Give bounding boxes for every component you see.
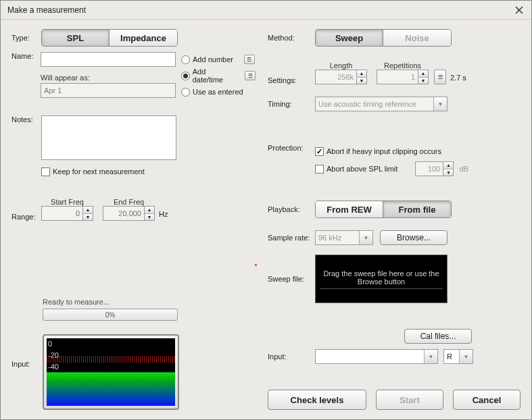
- type-spl[interactable]: SPL: [42, 30, 110, 46]
- check-levels-button[interactable]: Check levels: [268, 390, 366, 410]
- radio-add-datetime-label: Add date/time: [193, 68, 237, 84]
- timing-select[interactable]: Use acoustic timing reference ▼: [315, 97, 448, 111]
- spl-limit-spinner[interactable]: ▲▼: [415, 161, 454, 176]
- playback-file[interactable]: From file: [383, 201, 451, 217]
- browse-button[interactable]: Browse...: [380, 230, 448, 245]
- spin-down-icon[interactable]: ▼: [443, 169, 453, 176]
- spin-down-icon[interactable]: ▼: [145, 214, 154, 221]
- chevron-down-icon: ▼: [459, 350, 473, 363]
- notes-label: Notes:: [11, 115, 41, 124]
- input-select[interactable]: ▼: [315, 349, 438, 364]
- sample-rate-select[interactable]: 96 kHz ▼: [315, 230, 373, 245]
- spin-down-icon[interactable]: ▼: [357, 78, 366, 84]
- radio-add-number-label: Add number: [193, 55, 233, 63]
- range-label: Range:: [11, 213, 41, 221]
- settings-label: Settings:: [268, 76, 315, 84]
- start-button[interactable]: Start: [376, 390, 443, 410]
- radio-add-datetime[interactable]: [181, 72, 190, 80]
- abort-clipping-label: Abort if heavy input clipping occurs: [327, 147, 441, 155]
- spin-up-icon[interactable]: ▲: [418, 70, 428, 78]
- name-input[interactable]: [41, 52, 176, 67]
- radio-add-number[interactable]: [181, 55, 190, 64]
- progress-bar: 0%: [43, 309, 178, 321]
- ready-label: Ready to measure...: [43, 298, 256, 306]
- input-left-label: Input:: [11, 330, 43, 410]
- spin-up-icon[interactable]: ▲: [83, 207, 93, 214]
- abort-spl-label: Abort above SPL limit: [327, 165, 397, 173]
- start-freq-label: Start Freq: [41, 198, 93, 206]
- method-noise[interactable]: Noise: [383, 30, 451, 46]
- end-freq-input[interactable]: [103, 206, 145, 221]
- sample-rate-label: Sample rate:: [268, 234, 315, 242]
- reps-label: Repetitions: [377, 61, 429, 70]
- method-label: Method:: [268, 34, 315, 42]
- spin-up-icon[interactable]: ▲: [357, 70, 366, 78]
- end-freq-spinner[interactable]: ▲▼: [103, 206, 155, 221]
- cancel-button[interactable]: Cancel: [453, 390, 521, 410]
- method-toggle[interactable]: Sweep Noise: [315, 29, 452, 47]
- type-label: Type:: [11, 34, 41, 42]
- hz-label: Hz: [159, 210, 168, 221]
- settings-options-icon[interactable]: ☰: [434, 70, 446, 84]
- will-appear-label: Will appear as:: [41, 74, 176, 82]
- protection-label: Protection:: [268, 144, 315, 152]
- keep-checkbox[interactable]: [41, 167, 50, 176]
- reps-spinner[interactable]: ▲▼: [377, 70, 429, 84]
- abort-spl-check[interactable]: [315, 165, 324, 174]
- playback-toggle[interactable]: From REW From file: [315, 201, 452, 218]
- notes-input[interactable]: [41, 115, 176, 160]
- input-right-label: Input:: [268, 352, 315, 361]
- will-appear-value: [41, 83, 176, 98]
- length-spinner[interactable]: ▲▼: [315, 70, 367, 84]
- keep-label: Keep for next measurement: [53, 167, 145, 176]
- input-spectrum: 0 -20 -40 -60 -80 -100: [47, 338, 175, 406]
- channel-select[interactable]: R ▼: [443, 349, 473, 364]
- spin-down-icon[interactable]: ▼: [418, 78, 428, 84]
- name-option-icon-2[interactable]: ☰: [245, 71, 256, 80]
- marker-dot: [255, 264, 257, 266]
- spin-up-icon[interactable]: ▲: [443, 162, 453, 169]
- chevron-down-icon: ▼: [424, 350, 437, 363]
- duration-label: 2.7 s: [450, 74, 466, 84]
- sweep-file-dropzone[interactable]: Drag the sweep file here or use the Brow…: [315, 255, 448, 303]
- type-impedance[interactable]: Impedance: [110, 30, 177, 46]
- spin-up-icon[interactable]: ▲: [145, 207, 154, 214]
- chevron-down-icon: ▼: [433, 97, 447, 111]
- radio-use-entered[interactable]: [181, 88, 190, 97]
- radio-use-entered-label: Use as entered: [193, 88, 243, 96]
- playback-rew[interactable]: From REW: [316, 201, 383, 217]
- method-sweep[interactable]: Sweep: [316, 30, 383, 46]
- db-label: dB: [459, 165, 468, 173]
- sweep-file-label: Sweep file:: [268, 275, 315, 283]
- start-freq-input[interactable]: [41, 206, 83, 221]
- close-icon[interactable]: [514, 5, 525, 16]
- length-label: Length: [315, 61, 367, 70]
- reps-input[interactable]: [377, 70, 418, 84]
- spin-down-icon[interactable]: ▼: [83, 214, 93, 221]
- abort-clipping-check[interactable]: [315, 147, 324, 156]
- chevron-down-icon: ▼: [359, 231, 372, 244]
- playback-label: Playback:: [268, 205, 315, 213]
- timing-label: Timing:: [268, 100, 315, 108]
- spl-limit-input[interactable]: [415, 161, 443, 176]
- name-option-icon-1[interactable]: ☰: [244, 55, 255, 64]
- end-freq-label: End Freq: [103, 198, 155, 206]
- start-freq-spinner[interactable]: ▲▼: [41, 206, 93, 221]
- type-toggle[interactable]: SPL Impedance: [41, 29, 178, 47]
- window-title: Make a measurement: [7, 5, 514, 15]
- cal-files-button[interactable]: Cal files...: [404, 329, 472, 344]
- name-label: Name:: [11, 52, 41, 60]
- length-input[interactable]: [315, 70, 357, 84]
